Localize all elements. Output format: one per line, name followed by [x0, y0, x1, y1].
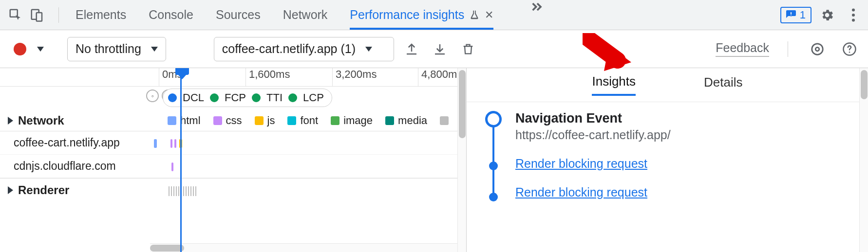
help-icon[interactable] — [839, 38, 860, 60]
tab-label: Sources — [216, 8, 261, 22]
devtools-tabstrip: Elements Console Sources Network Perform… — [0, 0, 868, 30]
vertical-scrollbar[interactable] — [457, 68, 466, 252]
export-icon[interactable] — [401, 38, 422, 60]
close-icon[interactable]: ✕ — [485, 9, 493, 21]
legend-swatch — [255, 116, 264, 125]
marker-dot — [252, 93, 261, 102]
timeline-node[interactable] — [489, 193, 498, 201]
kebab-menu-icon[interactable] — [843, 4, 864, 26]
playhead[interactable] — [180, 68, 182, 252]
record-menu-icon[interactable] — [37, 47, 44, 52]
tab-sources[interactable]: Sources — [216, 0, 261, 30]
more-tabs-icon[interactable] — [530, 0, 544, 14]
scrollbar-thumb[interactable] — [150, 245, 184, 252]
markers-row: ◦ ⊙ DCLFCPTTILCP — [0, 87, 466, 110]
legend-label: html — [180, 114, 201, 127]
device-toolbar-icon[interactable] — [26, 4, 48, 26]
insight-link[interactable]: Render blocking request — [515, 185, 856, 199]
nav-event-title: Navigation Event — [515, 111, 856, 126]
tab-label: Performance insights — [350, 8, 464, 22]
tab-console[interactable]: Console — [149, 0, 193, 30]
request-bar[interactable] — [174, 139, 176, 148]
settings-icon[interactable] — [816, 4, 838, 26]
section-label: Renderer — [18, 183, 69, 197]
nav-event-url: https://coffee-cart.netlify.app/ — [515, 128, 856, 142]
renderer-section-header[interactable]: Renderer — [0, 178, 466, 201]
vertical-scrollbar[interactable] — [859, 68, 868, 252]
network-host-row[interactable]: cdnjs.cloudflare.com — [0, 155, 466, 178]
scrollbar-thumb[interactable] — [459, 70, 466, 138]
marker-dot — [210, 93, 219, 102]
tab-label: Network — [283, 8, 328, 22]
svg-point-4 — [852, 13, 855, 16]
tab-label: Elements — [75, 8, 126, 22]
chevron-down-icon — [151, 47, 158, 52]
legend-swatch — [213, 116, 222, 125]
issues-icon — [785, 9, 797, 21]
trace-start-ring[interactable]: ◦ — [146, 90, 159, 102]
tab-label: Console — [149, 8, 193, 22]
marker-dot — [168, 93, 177, 102]
network-section-header[interactable]: Network htmlcssjsfontimagemedia — [0, 110, 466, 131]
host-label: coffee-cart.netlify.app — [0, 131, 150, 154]
svg-point-5 — [852, 18, 855, 21]
marker-label: LCP — [303, 91, 324, 104]
expand-icon — [8, 117, 13, 125]
panel-settings-icon[interactable] — [807, 38, 828, 60]
tab-details[interactable]: Details — [704, 75, 742, 95]
delete-icon[interactable] — [457, 38, 479, 60]
timeline-node-nav[interactable] — [485, 111, 502, 127]
recording-value: coffee-cart.netlify.app (1) — [222, 42, 356, 56]
scrollbar-thumb[interactable] — [861, 70, 868, 99]
playhead-knob[interactable] — [175, 68, 189, 75]
timeline-node[interactable] — [489, 162, 498, 170]
inspect-element-icon[interactable] — [5, 4, 26, 26]
svg-point-6 — [812, 43, 823, 54]
throttling-value: No throttling — [75, 42, 141, 56]
tab-network[interactable]: Network — [283, 0, 328, 30]
host-label: cdnjs.cloudflare.com — [0, 155, 150, 178]
recording-select[interactable]: coffee-cart.netlify.app (1) — [214, 37, 394, 61]
throttling-select[interactable]: No throttling — [67, 37, 166, 61]
timeline-panel: 0ms1,600ms3,200ms4,800ms ◦ ⊙ DCLFCPTTILC… — [0, 68, 467, 252]
divider — [58, 7, 59, 23]
import-icon[interactable] — [429, 38, 451, 60]
legend-label: media — [398, 114, 427, 127]
legend-label: css — [226, 114, 242, 127]
chevron-down-icon — [365, 47, 372, 52]
tab-elements[interactable]: Elements — [75, 0, 126, 30]
svg-point-3 — [852, 8, 855, 11]
ruler-tick: 4,800ms — [418, 68, 462, 86]
experiment-icon — [469, 10, 480, 20]
insights-panel: Insights Details Navigation Event https:… — [467, 68, 868, 252]
request-bar[interactable] — [154, 139, 157, 148]
legend-label: image — [343, 114, 373, 127]
tab-insights[interactable]: Insights — [592, 74, 636, 96]
legend-swatch — [331, 116, 340, 125]
ruler-tick: 3,200ms — [332, 68, 377, 86]
legend-swatch — [168, 116, 176, 125]
request-bar[interactable] — [170, 139, 172, 148]
legend-swatch — [385, 116, 394, 125]
divider — [788, 41, 788, 57]
legend-overflow — [440, 116, 449, 125]
marker-dot — [288, 93, 297, 102]
timing-markers-chip[interactable]: DCLFCPTTILCP — [163, 89, 332, 107]
network-host-row[interactable]: coffee-cart.netlify.app — [0, 131, 466, 155]
request-bar[interactable] — [171, 162, 173, 171]
expand-icon — [8, 186, 13, 194]
legend-swatch — [287, 116, 296, 125]
svg-point-7 — [815, 47, 819, 51]
renderer-activity — [169, 186, 198, 196]
horizontal-scrollbar[interactable] — [150, 243, 466, 252]
feedback-link[interactable]: Feedback — [716, 41, 769, 57]
insight-link[interactable]: Render blocking request — [515, 157, 856, 171]
svg-rect-2 — [37, 13, 42, 21]
tab-performance-insights[interactable]: Performance insights ✕ — [350, 0, 493, 30]
time-ruler[interactable]: 0ms1,600ms3,200ms4,800ms — [0, 68, 466, 87]
main-content: 0ms1,600ms3,200ms4,800ms ◦ ⊙ DCLFCPTTILC… — [0, 68, 868, 252]
record-button[interactable] — [14, 43, 26, 55]
svg-point-9 — [849, 52, 850, 53]
marker-label: DCL — [183, 91, 204, 104]
issues-badge[interactable]: 1 — [780, 7, 811, 23]
